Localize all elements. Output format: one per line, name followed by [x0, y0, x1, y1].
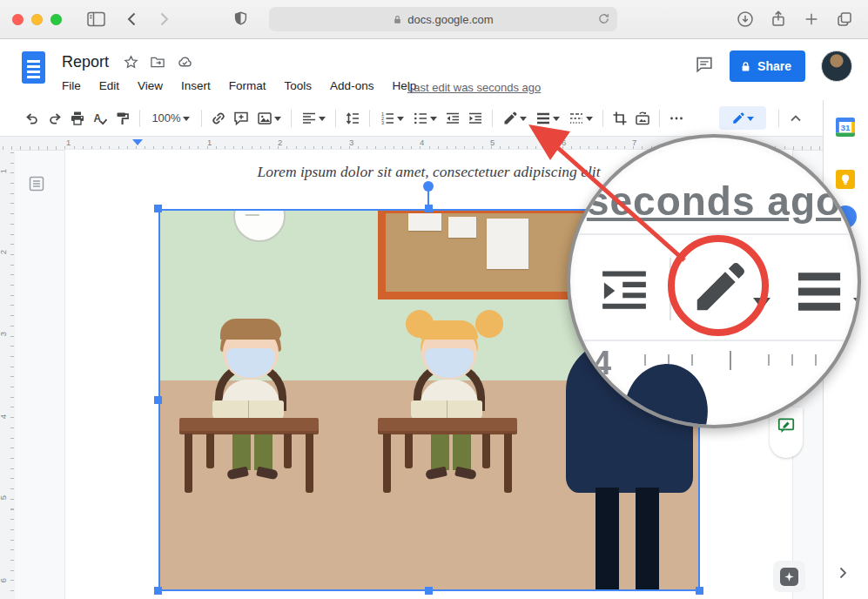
- menu-insert[interactable]: Insert: [181, 79, 211, 92]
- resize-handle-se[interactable]: [696, 587, 703, 595]
- ruler-number: 6: [0, 578, 8, 582]
- spell-check-icon[interactable]: A: [89, 107, 111, 130]
- border-color-pencil-icon[interactable]: [498, 107, 531, 130]
- chevron-down-icon: [586, 117, 593, 125]
- chevron-down-icon: [430, 117, 437, 125]
- magnified-border-weight-icon: [792, 265, 846, 322]
- avatar[interactable]: [821, 50, 852, 82]
- menu-edit[interactable]: Edit: [99, 79, 119, 92]
- editing-mode-button[interactable]: [719, 106, 766, 130]
- menu-addons[interactable]: Add-ons: [330, 79, 373, 92]
- ruler-number: 2: [278, 138, 282, 147]
- resize-handle-s[interactable]: [425, 587, 433, 595]
- decrease-indent-icon[interactable]: [441, 107, 464, 130]
- menu-view[interactable]: View: [138, 79, 163, 92]
- redo-icon[interactable]: [44, 107, 66, 130]
- close-window-button[interactable]: [12, 14, 24, 25]
- new-tab-button[interactable]: [798, 7, 824, 31]
- svg-text:3: 3: [381, 120, 384, 125]
- replace-image-icon[interactable]: [631, 107, 654, 130]
- paint-format-icon[interactable]: [111, 107, 134, 130]
- menu-tools[interactable]: Tools: [285, 79, 313, 92]
- comment-history-icon[interactable]: [695, 56, 714, 77]
- calendar-day-label: 31: [840, 123, 851, 132]
- add-comment-icon[interactable]: [230, 107, 252, 130]
- zoom-window-button[interactable]: [50, 14, 62, 25]
- zoom-value: 100%: [151, 111, 180, 125]
- crop-image-icon[interactable]: [609, 107, 631, 130]
- more-options-icon[interactable]: [665, 107, 688, 130]
- zoom-select[interactable]: 100%: [145, 111, 196, 125]
- explore-button[interactable]: [773, 561, 805, 592]
- window-controls: [12, 14, 62, 25]
- cloud-saved-icon[interactable]: [177, 55, 193, 73]
- menu-file[interactable]: File: [62, 79, 81, 92]
- share-button[interactable]: Share: [730, 50, 805, 82]
- document-outline-icon[interactable]: [27, 174, 46, 193]
- browser-titlebar: docs.google.com: [0, 0, 868, 39]
- ruler-number: 2: [0, 250, 8, 254]
- vertical-ruler[interactable]: 1 2 3 4 5 6: [0, 150, 15, 599]
- google-docs-window: docs.google.com Report: [0, 0, 868, 599]
- keep-icon[interactable]: [836, 170, 855, 189]
- ruler-number: 3: [349, 138, 353, 147]
- ruler-number: 3: [0, 332, 8, 336]
- chevron-down-icon: [319, 117, 326, 125]
- resize-handle-sw[interactable]: [154, 587, 162, 595]
- minimize-window-button[interactable]: [31, 14, 43, 25]
- sidebar-toggle-icon[interactable]: [83, 7, 109, 31]
- rotation-handle-line: [427, 191, 429, 209]
- menu-bar: File Edit View Insert Format Tools Add-o…: [62, 79, 416, 92]
- share-page-button[interactable]: [765, 7, 791, 31]
- document-title[interactable]: Report: [62, 53, 109, 71]
- magnifier-lens: seconds ago 4: [567, 134, 861, 428]
- border-weight-icon[interactable]: [531, 107, 564, 130]
- star-icon[interactable]: [124, 55, 138, 73]
- chevron-down-icon: [183, 117, 190, 125]
- bulleted-list-icon[interactable]: [408, 107, 441, 130]
- docs-logo-icon[interactable]: [22, 51, 45, 84]
- increase-indent-icon[interactable]: [464, 107, 487, 130]
- address-bar[interactable]: docs.google.com: [269, 7, 617, 31]
- chevron-down-icon: [397, 117, 404, 125]
- docs-header: Report File Edit View Insert Format Tool…: [0, 39, 868, 100]
- green-edit-comment-icon: [777, 416, 796, 435]
- resize-handle-w[interactable]: [154, 396, 162, 404]
- forward-button[interactable]: [151, 7, 177, 31]
- numbered-list-icon[interactable]: 123: [375, 107, 408, 130]
- ruler-number: 1: [0, 169, 8, 173]
- address-text: docs.google.com: [407, 13, 493, 26]
- align-icon[interactable]: [297, 107, 330, 130]
- resize-handle-nw[interactable]: [154, 205, 162, 212]
- chevron-down-icon: [274, 117, 281, 125]
- ruler-number: 7: [632, 138, 636, 147]
- downloads-button[interactable]: [732, 7, 758, 31]
- move-folder-icon[interactable]: [150, 55, 165, 73]
- back-button[interactable]: [119, 7, 145, 31]
- reload-icon[interactable]: [597, 12, 610, 28]
- last-edit-link[interactable]: Last edit was seconds ago: [407, 81, 541, 94]
- print-icon[interactable]: [66, 107, 89, 130]
- line-spacing-icon[interactable]: [341, 107, 364, 130]
- magnified-increase-indent-icon: [596, 263, 652, 322]
- lock-icon: [740, 61, 751, 72]
- pinned-paper: [487, 219, 528, 269]
- magnified-text: seconds ago: [570, 178, 858, 225]
- chevron-down-icon: [747, 117, 754, 125]
- insert-link-icon[interactable]: [207, 107, 230, 130]
- border-dash-icon[interactable]: [564, 107, 597, 130]
- ruler-number: 5: [490, 138, 495, 147]
- calendar-icon[interactable]: 31: [836, 118, 855, 137]
- undo-icon[interactable]: [21, 107, 44, 130]
- shield-icon[interactable]: [227, 7, 253, 31]
- hide-panel-chevron-icon[interactable]: [836, 564, 850, 584]
- ruler-number: 1: [66, 138, 71, 147]
- collapse-toolbar-icon[interactable]: [784, 107, 807, 130]
- ruler-number: 1: [207, 138, 212, 147]
- rotation-handle[interactable]: [423, 181, 434, 192]
- insert-image-icon[interactable]: [252, 107, 286, 130]
- pinned-paper: [448, 217, 476, 238]
- menu-format[interactable]: Format: [229, 79, 266, 92]
- tab-overview-button[interactable]: [831, 7, 858, 31]
- ruler-number: 5: [0, 495, 8, 500]
